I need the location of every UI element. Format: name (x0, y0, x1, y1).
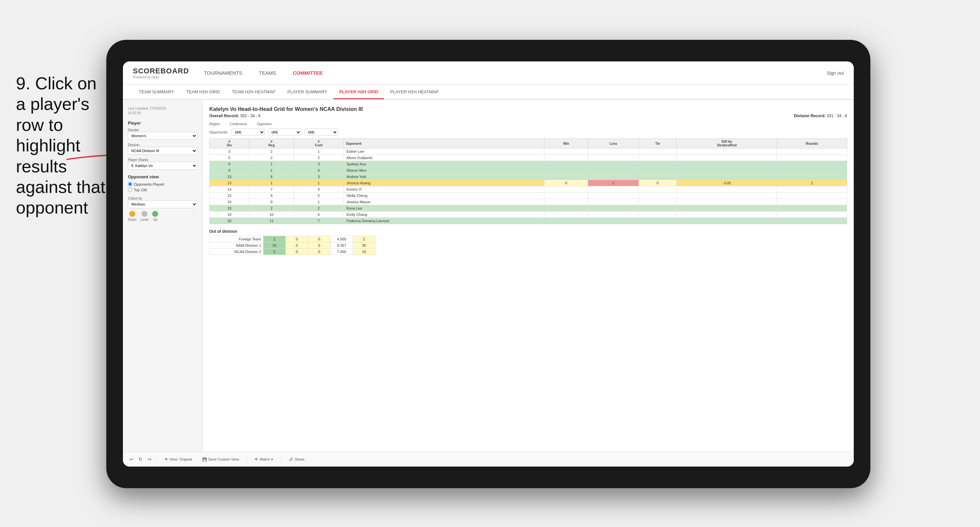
logo-text: SCOREBOARD (133, 67, 189, 75)
legend-level: Level (140, 211, 148, 222)
gender-select[interactable]: Women's (128, 132, 197, 140)
dot-up (152, 211, 158, 217)
opponent-filter-label: Opponent (257, 122, 271, 126)
division-label: Division (128, 143, 197, 147)
overall-record: Overall Record: 353 - 34 - 6 (209, 114, 261, 118)
save-icon: 💾 (202, 457, 207, 462)
table-row[interactable]: 522Alexis Sudjianto (210, 155, 847, 161)
table-row[interactable]: 1822Euna Lee (210, 205, 847, 211)
sub-nav: TEAM SUMMARY TEAM H2H GRID TEAM H2H HEAT… (123, 85, 854, 100)
filter-conference: Conference (230, 122, 247, 126)
legend-dots: Down Level Up (128, 211, 197, 222)
h2h-table: #Div #Reg #Conf Opponent Win Loss Tie Di… (209, 138, 847, 224)
tab-team-h2h-grid[interactable]: TEAM H2H GRID (180, 85, 226, 99)
table-row[interactable]: 613Sydney Kuo (210, 161, 847, 167)
radio-top100[interactable]: Top 100 (128, 187, 197, 192)
region-filter-select[interactable]: (All) (232, 129, 265, 136)
sign-out-button[interactable]: Sign out (827, 70, 844, 76)
out-division-row[interactable]: NCAA Division 25007.40010 (210, 249, 375, 255)
gender-label: Gender (128, 128, 197, 132)
undo-icon[interactable]: ↩ (130, 457, 134, 462)
view-original-btn[interactable]: 👁 View: Original (162, 456, 195, 462)
table-row[interactable]: 20117Federica Domecq Lacroze (210, 218, 847, 224)
toolbar-sep-1 (156, 456, 157, 463)
filter-opponent-header: Opponent (257, 122, 271, 126)
save-custom-view-btn[interactable]: 💾 Save Custom View (200, 456, 242, 463)
tab-player-summary[interactable]: PLAYER SUMMARY (282, 85, 333, 99)
legend-up: Up (152, 211, 158, 222)
nav-tournaments[interactable]: TOURNAMENTS (202, 70, 244, 76)
opponent-filter-select[interactable]: (All) (305, 129, 338, 136)
col-opponent: Opponent (344, 139, 544, 148)
dot-level (142, 211, 148, 217)
table-row[interactable]: 321Esther Lee (210, 148, 847, 155)
dot-down (129, 211, 135, 217)
last-updated: Last Updated: 27/03/2024 16:55:38 (128, 106, 197, 116)
record-row: Overall Record: 353 - 34 - 6 Division Re… (209, 114, 847, 118)
grid-area: Katelyn Vo Head-to-Head Grid for Women's… (203, 100, 854, 452)
tab-team-h2h-heatmap[interactable]: TEAM H2H HEATMAP (226, 85, 282, 99)
table-row[interactable]: 19106Emily Chang (210, 211, 847, 218)
tab-player-h2h-heatmap[interactable]: PLAYER H2H HEATMAP (384, 85, 444, 99)
opponent-view-title: Opponent view (128, 175, 197, 179)
player-section-title: Player (128, 121, 197, 125)
out-of-division-table: Foreign Team1004.5002NAIA Division 11500… (209, 236, 375, 255)
dot-level-label: Level (140, 218, 148, 222)
conference-filter-select[interactable]: (All) (268, 129, 301, 136)
dot-up-label: Up (153, 218, 158, 222)
tablet-frame: SCOREBOARD Powered by clippi TOURNAMENTS… (106, 40, 870, 488)
table-row[interactable]: 1063Andrea York (210, 174, 847, 180)
colour-section: Colour by Win/loss Down Level (128, 197, 197, 222)
tab-player-h2h-grid[interactable]: PLAYER H2H GRID (333, 85, 384, 99)
table-row[interactable]: 1474Eunice Yi (210, 186, 847, 193)
nav-teams[interactable]: TEAMS (257, 70, 278, 76)
colour-by-select[interactable]: Win/loss (128, 200, 197, 208)
tablet-screen: SCOREBOARD Powered by clippi TOURNAMENTS… (123, 62, 854, 467)
col-conf: #Conf (294, 139, 344, 148)
player-rank-select[interactable]: 8. Katelyn Vo (128, 162, 197, 170)
col-reg: #Reg (249, 139, 294, 148)
table-row[interactable]: 1691Jessica Mason (210, 199, 847, 205)
col-rounds: Rounds (777, 139, 847, 148)
table-row[interactable]: 1585Stella Cheng (210, 193, 847, 199)
table-row[interactable]: 914Sharon Mun (210, 167, 847, 174)
conference-label: Conference (230, 122, 247, 126)
division-record: Division Record: 331 - 34 - 6 (794, 114, 847, 118)
filter-region: Region (209, 122, 220, 126)
bottom-toolbar: ↩ ↻ ↪ 👁 View: Original 💾 Save Custom Vie… (123, 452, 854, 467)
legend-down: Down (128, 211, 137, 222)
share-icon: 🔗 (289, 457, 293, 462)
radio-opponents-played[interactable]: Opponents Played (128, 182, 197, 186)
main-content: Last Updated: 27/03/2024 16:55:38 Player… (123, 100, 854, 452)
logo-sub: Powered by clippi (133, 75, 189, 79)
nav-committee[interactable]: COMMITTEE (291, 70, 324, 76)
watch-icon: 👁 (255, 457, 258, 461)
annotation-text: 9. Click on a player's row to highlight … (16, 73, 106, 218)
watch-btn[interactable]: 👁 Watch▾ (252, 456, 276, 463)
table-header-row: #Div #Reg #Conf Opponent Win Loss Tie Di… (210, 139, 847, 148)
dot-down-label: Down (128, 218, 137, 222)
toolbar-sep-3 (281, 456, 281, 463)
redo-icon[interactable]: ↻ (138, 457, 143, 462)
opponent-view: Opponent view Opponents Played Top 100 (128, 175, 197, 192)
out-division-row[interactable]: Foreign Team1004.5002 (210, 236, 375, 243)
col-tie: Tie (638, 139, 676, 148)
share-btn[interactable]: 🔗 Share (286, 456, 307, 463)
left-panel: Last Updated: 27/03/2024 16:55:38 Player… (123, 100, 203, 452)
top-nav: SCOREBOARD Powered by clippi TOURNAMENTS… (123, 62, 854, 85)
out-table-body: Foreign Team1004.5002NAIA Division 11500… (210, 236, 375, 255)
tab-team-summary[interactable]: TEAM SUMMARY (133, 85, 180, 99)
grid-title: Katelyn Vo Head-to-Head Grid for Women's… (209, 106, 847, 112)
col-div: #Div (210, 139, 250, 148)
player-rank-label: Player (Rank) (128, 158, 197, 162)
out-division-row[interactable]: NAIA Division 115009.26730 (210, 243, 375, 249)
view-icon: 👁 (164, 457, 168, 461)
forward-icon[interactable]: ↪ (148, 457, 151, 462)
colour-by-label: Colour by (128, 197, 197, 200)
col-win: Win (544, 139, 588, 148)
nav-items: TOURNAMENTS TEAMS COMMITTEE (202, 70, 827, 76)
table-row[interactable]: 1311Jessica Huang010-3.002 (210, 180, 847, 186)
col-diff: Diff AvStrokes/Rnd (677, 139, 777, 148)
logo: SCOREBOARD Powered by clippi (133, 67, 189, 79)
division-select[interactable]: NCAA Division III (128, 147, 197, 155)
